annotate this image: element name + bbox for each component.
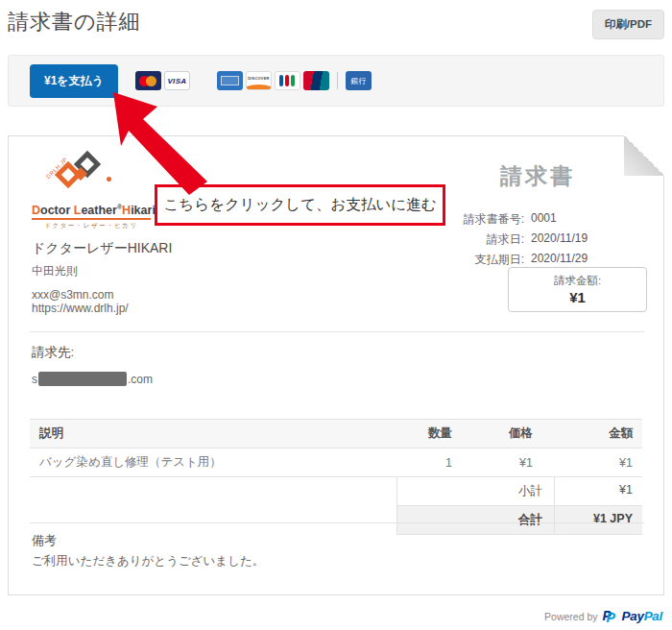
invoice-number-row: 請求書番号: 0001 xyxy=(440,211,592,228)
invoice-number-label: 請求書番号: xyxy=(440,211,524,228)
amount-due-box: 請求金額: ¥1 xyxy=(508,267,647,312)
item-quantity: 1 xyxy=(391,448,462,477)
card-separator xyxy=(337,72,338,89)
paypal-logo: PayPal xyxy=(622,609,663,623)
item-price: ¥1 xyxy=(462,448,542,477)
total-value: ¥1 JPY xyxy=(554,506,642,534)
logo-subtitle: ドクター・レザー・ヒカリ xyxy=(32,222,151,230)
section-divider xyxy=(30,522,644,523)
amount-due-value: ¥1 xyxy=(569,289,586,305)
col-quantity: 数量 xyxy=(391,420,462,448)
redaction-bar xyxy=(38,372,127,386)
merchant-website: https://www.drlh.jp/ xyxy=(32,302,129,315)
bill-to-email: s .com xyxy=(32,372,153,386)
col-amount: 金額 xyxy=(542,420,642,448)
red-arrow-icon xyxy=(101,85,235,205)
notes-text: ご利用いただきありがとうございました。 xyxy=(32,553,264,569)
item-amount: ¥1 xyxy=(542,448,642,477)
merchant-email: xxx@s3mn.com xyxy=(32,288,114,302)
items-header-row: 説明 数量 価格 金額 xyxy=(30,420,642,448)
subtotal-row: 小計 ¥1 xyxy=(397,477,642,506)
discover-label: DISCOVER xyxy=(247,76,271,81)
footer: Powered by P P PayPal xyxy=(544,608,662,624)
bill-to-email-prefix: s xyxy=(32,373,37,386)
due-date-row: 支払期日: 2020/11/29 xyxy=(440,252,592,268)
summary-table: 小計 ¥1 合計 ¥1 JPY xyxy=(396,477,642,535)
logo-brand-text: Doctor Leather®Hikari xyxy=(32,204,151,220)
invoice-date-label: 請求日: xyxy=(440,231,524,248)
col-description: 説明 xyxy=(30,420,391,448)
invoice-date-row: 請求日: 2020/11/19 xyxy=(440,231,592,248)
merchant-name: ドクターレザーHIKARI xyxy=(32,240,172,257)
fold-corner xyxy=(624,135,664,176)
subtotal-value: ¥1 xyxy=(554,477,642,505)
merchant-contact: 中田光則 xyxy=(32,263,78,279)
items-section: 説明 数量 価格 金額 バッグ染め直し修理（テスト用） 1 ¥1 ¥1 小計 ¥… xyxy=(30,419,642,535)
due-date-value: 2020/11/29 xyxy=(531,252,592,268)
invoice-date-value: 2020/11/19 xyxy=(531,231,592,248)
section-divider xyxy=(30,331,644,332)
notes-label: 備考 xyxy=(32,532,57,549)
powered-by-text: Powered by xyxy=(544,611,597,622)
table-row: バッグ染め直し修理（テスト用） 1 ¥1 ¥1 xyxy=(30,448,642,477)
due-date-label: 支払期日: xyxy=(440,252,524,268)
col-price: 価格 xyxy=(462,420,542,448)
print-pdf-button[interactable]: 印刷/PDF xyxy=(592,10,664,39)
unionpay-icon xyxy=(303,71,329,90)
invoice-number-value: 0001 xyxy=(531,211,592,228)
bill-to-label: 請求先: xyxy=(32,344,74,361)
total-label: 合計 xyxy=(397,506,554,534)
bill-to-email-suffix: .com xyxy=(128,373,153,386)
paypal-monogram-icon: P P xyxy=(603,608,617,624)
invoice-doc-title: 請求書 xyxy=(500,161,575,191)
invoice-meta: 請求書番号: 0001 請求日: 2020/11/19 支払期日: 2020/1… xyxy=(440,211,592,272)
discover-icon: DISCOVER xyxy=(246,71,272,90)
total-row: 合計 ¥1 JPY xyxy=(397,506,642,535)
bank-icon: 銀行 xyxy=(346,71,372,90)
amount-due-label: 請求金額: xyxy=(554,274,601,288)
subtotal-label: 小計 xyxy=(397,477,554,505)
item-description: バッグ染め直し修理（テスト用） xyxy=(30,448,391,477)
items-table: 説明 数量 価格 金額 バッグ染め直し修理（テスト用） 1 ¥1 ¥1 xyxy=(30,419,642,477)
page-title: 請求書の詳細 xyxy=(8,8,141,36)
jcb-icon xyxy=(275,71,300,90)
